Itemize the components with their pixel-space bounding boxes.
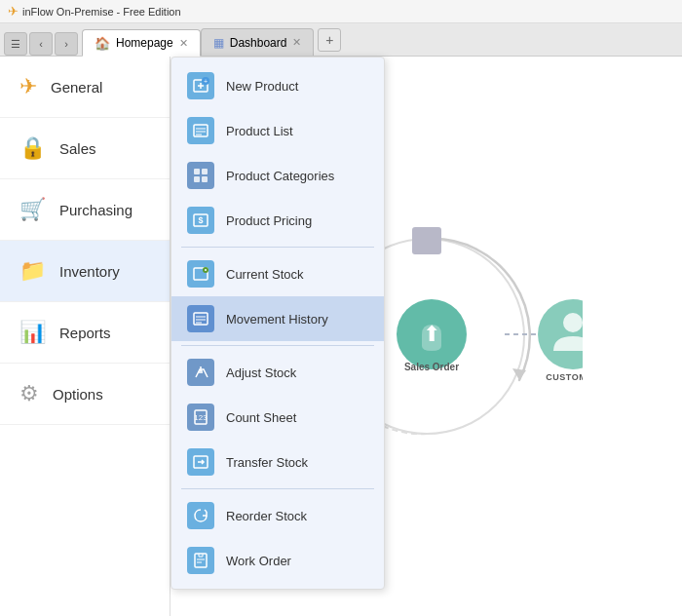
menu-transfer-stock[interactable]: Transfer Stock	[171, 440, 384, 484]
app-icon: ✈	[8, 4, 19, 19]
sidebar-item-sales[interactable]: 🔒 Sales	[0, 118, 170, 179]
adjust-stock-icon	[187, 359, 214, 386]
svg-rect-11	[194, 176, 200, 182]
sidebar-item-reports[interactable]: 📊 Reports	[0, 302, 170, 364]
new-product-icon: +	[187, 72, 214, 99]
divider-3	[181, 488, 374, 489]
new-tab-button[interactable]: +	[318, 28, 341, 52]
title-bar: ✈ inFlow On-Premise - Free Edition	[0, 0, 682, 23]
menu-reorder-stock-label: Reorder Stock	[226, 509, 307, 523]
svg-rect-12	[202, 176, 208, 182]
tab-dashboard-label: Dashboard	[230, 36, 287, 50]
current-stock-icon	[187, 260, 214, 288]
sidebar-inventory-label: Inventory	[59, 263, 120, 280]
svg-text:$: $	[198, 215, 203, 225]
menu-adjust-stock-label: Adjust Stock	[226, 366, 296, 380]
menu-movement-history-label: Movement History	[226, 312, 328, 327]
tab-dashboard-close[interactable]: ✕	[292, 36, 301, 49]
transfer-stock-icon	[187, 448, 214, 476]
product-categories-icon	[187, 162, 214, 189]
inventory-icon: 📁	[19, 258, 46, 284]
menu-product-pricing[interactable]: $ Product Pricing	[171, 198, 384, 243]
menu-transfer-stock-label: Transfer Stock	[226, 455, 308, 470]
menu-reorder-stock[interactable]: Reorder Stock	[171, 493, 384, 538]
svg-point-42	[563, 313, 583, 332]
sidebar-sales-label: Sales	[59, 140, 96, 157]
svg-text:CUSTOMER: CUSTOMER	[546, 372, 583, 382]
sidebar-reports-label: Reports	[59, 325, 111, 341]
menu-work-order-label: Work Order	[226, 554, 291, 568]
sidebar-item-general[interactable]: ✈ General	[0, 57, 170, 118]
svg-rect-9	[194, 169, 200, 174]
sidebar-item-purchasing[interactable]: 🛒 Purchasing	[0, 179, 170, 241]
menu-product-pricing-label: Product Pricing	[226, 213, 312, 228]
divider-2	[181, 345, 374, 346]
menu-movement-history[interactable]: Movement History	[171, 296, 384, 341]
svg-rect-28	[195, 554, 207, 567]
svg-text:+: +	[204, 78, 208, 85]
menu-count-sheet-label: Count Sheet	[226, 410, 296, 425]
sales-icon: 🔒	[19, 135, 46, 161]
menu-product-list-label: Product List	[226, 124, 293, 138]
svg-rect-24	[199, 370, 203, 373]
tab-homepage-label: Homepage	[116, 36, 173, 50]
options-icon: ⚙	[19, 381, 39, 406]
tab-dashboard[interactable]: ▦ Dashboard ✕	[201, 28, 315, 56]
menu-count-sheet[interactable]: 123 Count Sheet	[171, 395, 384, 440]
sidebar-item-inventory[interactable]: 📁 Inventory	[0, 241, 170, 302]
sidebar-general-label: General	[51, 79, 102, 96]
menu-product-categories[interactable]: Product Categories	[171, 153, 384, 198]
divider-1	[181, 247, 374, 248]
svg-rect-10	[202, 169, 208, 174]
movement-history-icon	[187, 305, 214, 332]
sidebar: ✈ General 🔒 Sales 🛒 Purchasing 📁 Invento…	[0, 57, 170, 616]
menu-current-stock-label: Current Stock	[226, 267, 303, 282]
nav-buttons: ☰ ‹ ›	[4, 32, 78, 56]
reorder-stock-icon	[187, 502, 214, 529]
tab-bar: ☰ ‹ › 🏠 Homepage ✕ ▦ Dashboard ✕ +	[0, 23, 682, 57]
general-icon: ✈	[19, 74, 37, 99]
sidebar-item-options[interactable]: ⚙ Options	[0, 364, 170, 425]
sidebar-purchasing-label: Purchasing	[59, 202, 133, 218]
tab-dashboard-icon: ▦	[213, 36, 224, 50]
menu-adjust-stock[interactable]: Adjust Stock	[171, 350, 384, 395]
sidebar-options-label: Options	[53, 386, 103, 403]
tab-homepage[interactable]: 🏠 Homepage ✕	[82, 29, 201, 57]
inventory-dropdown: + New Product Product List	[170, 57, 385, 590]
svg-text:⬆: ⬆	[423, 322, 440, 346]
product-list-icon	[187, 117, 214, 144]
purchasing-icon: 🛒	[19, 197, 46, 222]
count-sheet-icon: 123	[187, 404, 214, 431]
menu-product-list[interactable]: Product List	[171, 108, 384, 153]
svg-text:123: 123	[194, 413, 208, 422]
tab-homepage-icon: 🏠	[95, 36, 110, 51]
svg-point-41	[538, 299, 583, 369]
work-order-icon	[187, 547, 214, 574]
tab-homepage-close[interactable]: ✕	[179, 37, 188, 50]
main-area: ✈ General 🔒 Sales 🛒 Purchasing 📁 Invento…	[0, 57, 682, 616]
menu-new-product-label: New Product	[226, 79, 298, 94]
svg-text:Sales Order: Sales Order	[403, 362, 458, 372]
menu-product-categories-label: Product Categories	[226, 169, 334, 183]
back-button[interactable]: ‹	[29, 32, 53, 56]
menu-work-order[interactable]: Work Order	[171, 538, 384, 583]
product-pricing-icon: $	[187, 207, 214, 234]
svg-rect-33	[412, 227, 441, 254]
reports-icon: 📊	[19, 320, 46, 345]
menu-new-product[interactable]: + New Product	[171, 63, 384, 108]
menu-button[interactable]: ☰	[4, 32, 27, 56]
forward-button[interactable]: ›	[55, 32, 78, 56]
menu-current-stock[interactable]: Current Stock	[171, 251, 384, 296]
window-title: inFlow On-Premise - Free Edition	[22, 6, 181, 18]
